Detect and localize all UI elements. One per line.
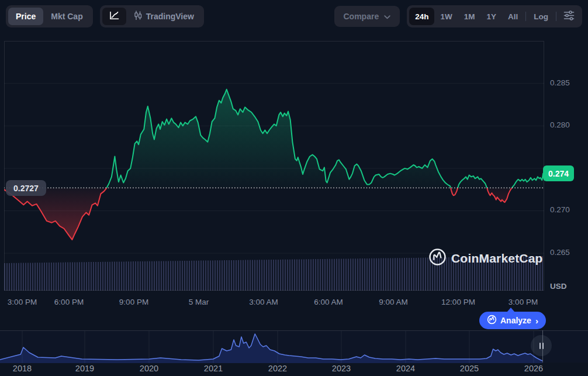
year-tick: 2026 — [524, 364, 543, 373]
analyze-logo-icon — [487, 315, 497, 326]
analyze-chevron-icon: › — [535, 316, 538, 326]
current-price-badge: 0.274 — [543, 165, 574, 181]
x-tick: 3:00 PM — [509, 298, 538, 306]
candlestick-icon — [134, 11, 142, 22]
x-tick: 6:00 PM — [54, 298, 84, 306]
x-tick: 9:00 AM — [379, 298, 408, 306]
range-1m[interactable]: 1M — [458, 8, 481, 25]
x-tick: 3:00 AM — [249, 298, 278, 306]
divider — [525, 12, 526, 21]
chevron-down-icon — [384, 12, 390, 21]
year-tick: 2018 — [13, 364, 32, 373]
cmc-chart-panel: Price Mkt Cap — [0, 0, 588, 376]
x-tick: 3:00 PM — [8, 298, 37, 306]
x-tick: 9:00 PM — [119, 298, 148, 306]
year-tick: 2019 — [75, 364, 94, 373]
baseline-price-pill: 0.2727 — [6, 180, 46, 196]
range-24h[interactable]: 24h — [409, 8, 434, 25]
compare-button[interactable]: Compare — [334, 6, 400, 27]
price-tab[interactable]: Price — [8, 8, 43, 25]
watermark-label: CoinMarketCap — [451, 251, 543, 265]
metric-toggle-group: Price Mkt Cap — [6, 5, 93, 27]
y-tick: 0.280 — [550, 120, 570, 129]
tradingview-tab[interactable]: TradingView — [126, 8, 202, 25]
line-chart-tab[interactable] — [102, 8, 126, 25]
y-tick: 0.270 — [550, 205, 570, 214]
y-tick: 0.285 — [550, 78, 570, 87]
y-axis-unit: USD — [550, 282, 567, 291]
x-tick: 6:00 AM — [314, 298, 343, 306]
time-range-group: 24h1W1M1YAll Log — [407, 5, 582, 27]
divider — [556, 12, 556, 21]
year-tick: 2023 — [332, 364, 351, 373]
year-tick: 2022 — [268, 364, 287, 373]
year-tick: 2020 — [140, 364, 158, 373]
range-1w[interactable]: 1W — [434, 8, 458, 25]
x-tick: 12:00 PM — [441, 298, 475, 306]
compare-label: Compare — [344, 12, 379, 21]
tradingview-label: TradingView — [146, 12, 194, 21]
chart-settings-button[interactable] — [558, 8, 580, 25]
x-tick: 5 Mar — [189, 298, 209, 306]
chart-type-toggle-group: TradingView — [100, 5, 204, 27]
analyze-label: Analyze — [500, 316, 531, 325]
year-tick: 2024 — [396, 364, 415, 373]
mkt-cap-tab[interactable]: Mkt Cap — [43, 8, 90, 25]
analyze-button[interactable]: Analyze › — [479, 312, 546, 329]
line-chart-icon — [109, 11, 119, 22]
range-all[interactable]: All — [502, 8, 524, 25]
range-handle-icon[interactable] — [531, 335, 552, 356]
year-tick: 2021 — [204, 364, 223, 373]
year-tick: 2025 — [460, 364, 479, 373]
chart-toolbar: Price Mkt Cap — [6, 5, 582, 28]
sliders-icon — [563, 11, 575, 22]
y-tick: 0.265 — [550, 248, 570, 257]
log-scale-button[interactable]: Log — [528, 8, 554, 25]
coinmarketcap-watermark: CoinMarketCap — [428, 248, 543, 268]
cmc-logo-icon — [428, 248, 447, 268]
timeline-navigator[interactable] — [0, 330, 588, 363]
range-1y[interactable]: 1Y — [480, 8, 502, 25]
